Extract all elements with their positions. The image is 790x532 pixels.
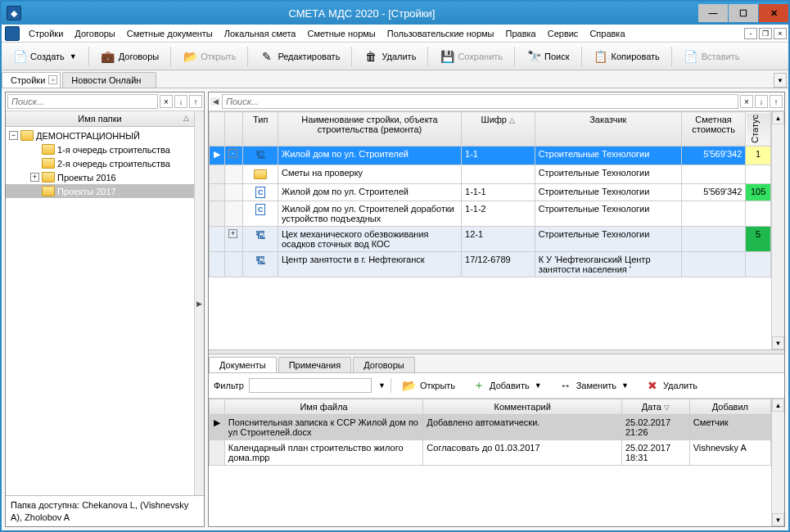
close-button[interactable]: ✕ — [759, 4, 788, 22]
estimate-doc-icon: С — [255, 187, 265, 198]
cell-status — [746, 165, 771, 183]
scroll-down-icon[interactable]: ▼ — [772, 513, 784, 526]
tab-documents[interactable]: Документы — [209, 357, 277, 372]
mdi-minimize[interactable]: - — [744, 28, 757, 39]
menu-help[interactable]: Справка — [584, 26, 630, 41]
copy-button[interactable]: 📋Копировать — [588, 46, 666, 67]
table-row[interactable]: Сметы на проверку Строительные Технологи… — [210, 165, 771, 183]
table-row[interactable]: + 🏗 Цех механического обезвоживания осад… — [210, 226, 771, 251]
col-code[interactable]: Шифр △ — [462, 112, 535, 147]
table-row[interactable]: С Жилой дом по ул. Строителей доработки … — [210, 201, 771, 226]
menu-smetnye-normy[interactable]: Сметные нормы — [302, 26, 381, 41]
cell-cost: 5'569'342 — [681, 183, 745, 201]
table-row[interactable]: ▶ - 🏗 Жилой дом по ул. Строителей 1-1 Ст… — [210, 146, 771, 165]
folder-tree[interactable]: −ДЕМОНСТРАЦИОННЫЙ 1-я очередь строительс… — [6, 127, 194, 495]
table-row[interactable]: ▶ Пояснительная записка к ССР Жилой дом … — [210, 415, 771, 440]
menu-smetnye-docs[interactable]: Сметные документы — [121, 26, 219, 41]
tabs-dropdown[interactable]: ▼ — [774, 73, 787, 88]
find-button[interactable]: 🔭Поиск — [521, 46, 575, 67]
estimate-doc-icon: С — [255, 204, 265, 215]
grid-search-input[interactable] — [222, 94, 738, 109]
create-button[interactable]: 📄Создать▼ — [7, 46, 83, 67]
documents-grid[interactable]: Имя файла Комментарий Дата ▽ Добавил ▶ П… — [209, 399, 771, 526]
tree-item-label: 1-я очередь строительства — [57, 145, 170, 155]
tab-notes[interactable]: Примечания — [278, 357, 352, 372]
doc-delete-button[interactable]: ✖Удалить — [639, 376, 703, 395]
delete-button[interactable]: 🗑Удалить — [358, 46, 422, 67]
col-customer[interactable]: Заказчик — [535, 112, 681, 147]
cell-customer: Строительные Технологии — [535, 183, 681, 201]
grid-search-down[interactable]: ↓ — [755, 95, 768, 108]
col-name[interactable]: Наименование стройки, объекта строительс… — [278, 112, 461, 147]
expand-icon[interactable]: + — [30, 173, 39, 182]
tree-header[interactable]: Имя папки△ — [6, 111, 194, 127]
tab-contracts[interactable]: Договоры — [353, 357, 414, 372]
mdi-close[interactable]: × — [774, 28, 787, 39]
col-type[interactable]: Тип — [243, 112, 278, 147]
cell-filename: Пояснительная записка к ССР Жилой дом по… — [224, 415, 423, 440]
table-row[interactable]: Календарный план строительство жилого до… — [210, 440, 771, 466]
table-row[interactable]: 🏗 Центр занятости в г. Нефтеюганск 17/12… — [210, 251, 771, 277]
menu-user-normy[interactable]: Пользовательские нормы — [381, 26, 500, 41]
grid-search-clear[interactable]: × — [740, 95, 753, 108]
mdi-restore[interactable]: ❐ — [759, 28, 772, 39]
cell-code: 1-1 — [462, 146, 535, 165]
folder-icon — [20, 130, 34, 141]
replace-icon: ↔ — [558, 378, 573, 393]
cell-status: 105 — [746, 183, 771, 201]
doc-replace-button[interactable]: ↔Заменить▼ — [553, 376, 634, 395]
grid-collapse-handle[interactable]: ◀ — [210, 97, 220, 106]
cell-cost — [681, 201, 745, 226]
doc-add-button[interactable]: ＋Добавить▼ — [466, 376, 548, 395]
col-filename[interactable]: Имя файла — [224, 399, 423, 415]
main-panel: ◀ × ↓ ↑ Тип На — [208, 92, 785, 527]
col-cost[interactable]: Сметная стоимость — [681, 112, 745, 147]
cell-author: Сметчик — [689, 415, 770, 440]
table-row[interactable]: С Жилой дом по ул. Строителей 1-1-1 Стро… — [210, 183, 771, 201]
maximize-button[interactable]: ☐ — [729, 4, 758, 22]
tree-item-label: Проекты 2017 — [57, 187, 116, 196]
menubar: Стройки Договоры Сметные документы Локал… — [2, 25, 788, 43]
scroll-down-icon[interactable]: ▼ — [772, 336, 784, 349]
menu-stroyki[interactable]: Стройки — [23, 26, 69, 41]
col-author[interactable]: Добавил — [689, 399, 770, 415]
construction-grid[interactable]: Тип Наименование стройки, объекта строит… — [209, 111, 771, 349]
cell-name: Жилой дом по ул. Строителей доработки ус… — [278, 201, 461, 226]
tab-close-icon[interactable]: × — [48, 75, 57, 84]
edit-button[interactable]: ✎Редактировать — [254, 46, 345, 67]
app-icon: ◆ — [7, 6, 21, 20]
col-date[interactable]: Дата ▽ — [621, 399, 689, 415]
tree-collapse-handle[interactable]: ▶ — [194, 111, 204, 495]
save-button[interactable]: 💾Сохранить — [434, 46, 508, 67]
paste-button[interactable]: 📄Вставить — [678, 46, 746, 67]
menu-local-smeta[interactable]: Локальная смета — [219, 26, 302, 41]
tree-search-clear[interactable]: × — [160, 95, 173, 108]
menu-dogovory[interactable]: Договоры — [69, 26, 120, 41]
tab-stroyki[interactable]: Стройки× — [2, 72, 61, 88]
expand-icon[interactable]: − — [9, 131, 18, 140]
scroll-up-icon[interactable]: ▲ — [772, 399, 784, 412]
grid-scrollbar[interactable]: ▲ ▼ — [771, 111, 784, 349]
cell-date: 25.02.2017 21:26 — [621, 415, 689, 440]
cell-name: Жилой дом по ул. Строителей — [278, 146, 461, 165]
scroll-up-icon[interactable]: ▲ — [772, 111, 784, 124]
contracts-button[interactable]: 💼Договоры — [95, 46, 165, 67]
briefcase-icon: 💼 — [101, 49, 115, 64]
detail-scrollbar[interactable]: ▲ ▼ — [771, 399, 784, 526]
tab-news[interactable]: Новости Онлайн — [62, 72, 156, 88]
tree-search-input[interactable] — [7, 94, 158, 109]
grid-search-up[interactable]: ↑ — [770, 95, 783, 108]
col-comment[interactable]: Комментарий — [423, 399, 622, 415]
filter-input[interactable] — [249, 378, 372, 393]
open-button[interactable]: 📂Открыть — [177, 46, 242, 67]
menu-service[interactable]: Сервис — [542, 26, 585, 41]
doc-open-button[interactable]: 📂Открыть — [396, 376, 461, 395]
app-icon-small — [5, 26, 20, 41]
tree-search-down[interactable]: ↓ — [174, 95, 187, 108]
minimize-button[interactable]: — — [698, 4, 728, 22]
expand-icon[interactable]: - — [228, 149, 237, 158]
menu-pravka[interactable]: Правка — [500, 26, 542, 41]
col-status[interactable]: Статус — [746, 112, 771, 147]
expand-icon[interactable]: + — [228, 229, 237, 238]
tree-search-up[interactable]: ↑ — [189, 95, 202, 108]
